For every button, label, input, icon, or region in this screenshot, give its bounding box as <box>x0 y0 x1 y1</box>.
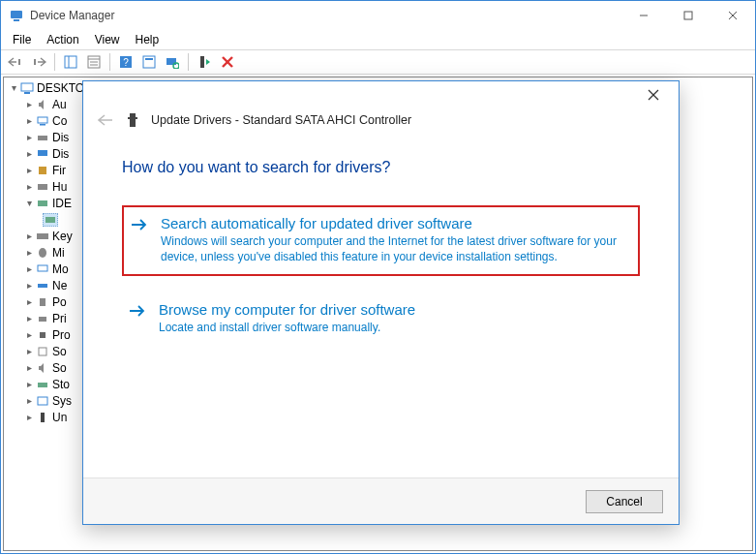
tree-item-label: Hu <box>52 180 67 194</box>
cancel-button[interactable]: Cancel <box>586 490 663 513</box>
usb-icon <box>35 411 50 424</box>
window-title: Device Manager <box>30 9 621 22</box>
port-icon <box>35 295 50 309</box>
svg-rect-39 <box>40 332 45 338</box>
tree-item-label: Pro <box>52 328 71 342</box>
tree-item-label: IDE <box>52 197 72 210</box>
tree-item-label: Mo <box>52 262 69 276</box>
svg-rect-30 <box>38 184 47 190</box>
printer-icon <box>35 312 50 325</box>
svg-point-34 <box>39 248 46 258</box>
svg-rect-20 <box>200 56 204 68</box>
chevron-right-icon: ▸ <box>23 263 35 274</box>
chevron-right-icon: ▸ <box>23 296 35 307</box>
firmware-icon <box>35 164 50 177</box>
svg-rect-26 <box>40 124 45 126</box>
tree-item-label: Un <box>52 411 67 424</box>
close-button[interactable] <box>711 1 755 30</box>
tree-item-label: Fir <box>52 164 66 177</box>
svg-rect-31 <box>38 200 47 206</box>
toolbar-separator <box>188 53 189 71</box>
chevron-right-icon: ▸ <box>23 247 35 258</box>
device-manager-icon <box>9 8 24 23</box>
storage-icon <box>35 378 50 391</box>
svg-rect-41 <box>38 383 47 387</box>
chevron-right-icon: ▸ <box>23 132 35 142</box>
tree-item-label: Po <box>52 295 67 309</box>
show-hide-tree-button[interactable] <box>60 51 81 73</box>
chevron-right-icon: ▸ <box>23 313 35 323</box>
toolbar: ? <box>1 49 755 75</box>
chevron-right-icon: ▸ <box>23 329 35 340</box>
update-driver-button[interactable] <box>194 51 215 73</box>
svg-rect-32 <box>45 217 55 223</box>
chevron-right-icon: ▸ <box>23 165 35 175</box>
minimize-button[interactable] <box>621 1 666 30</box>
chevron-right-icon: ▸ <box>23 148 35 159</box>
svg-rect-25 <box>38 117 47 123</box>
svg-rect-33 <box>37 233 48 239</box>
properties-button[interactable] <box>83 51 105 73</box>
svg-rect-28 <box>38 150 47 156</box>
hid-icon <box>35 180 50 194</box>
dialog-title: Update Drivers - Standard SATA AHCI Cont… <box>151 113 411 127</box>
svg-rect-37 <box>40 298 45 306</box>
menu-view[interactable]: View <box>87 31 128 48</box>
dialog-body: How do you want to search for drivers? S… <box>83 138 679 477</box>
arrow-right-icon <box>128 301 149 335</box>
svg-rect-43 <box>41 413 45 422</box>
tree-root-label: DESKTO <box>37 81 84 95</box>
svg-rect-27 <box>38 136 47 140</box>
option-body: Browse my computer for driver software L… <box>159 301 634 335</box>
dialog-heading: How do you want to search for drivers? <box>122 159 640 176</box>
chevron-right-icon: ▸ <box>23 181 35 192</box>
tree-item-label: Dis <box>52 131 69 144</box>
option-description: Windows will search your computer and th… <box>161 233 632 264</box>
chevron-right-icon: ▸ <box>23 346 35 356</box>
controller-icon <box>43 213 58 227</box>
uninstall-button[interactable] <box>217 51 238 73</box>
action-button[interactable] <box>138 51 160 73</box>
forward-button[interactable] <box>28 51 49 73</box>
titlebar: Device Manager <box>1 1 755 30</box>
option-search-automatically[interactable]: Search automatically for updated driver … <box>122 205 640 276</box>
svg-rect-16 <box>143 56 155 68</box>
menu-action[interactable]: Action <box>39 31 86 48</box>
svg-rect-0 <box>11 11 22 18</box>
chevron-down-icon: ▾ <box>23 198 35 208</box>
tree-item-label: So <box>52 345 67 358</box>
option-browse-computer[interactable]: Browse my computer for driver software L… <box>122 293 640 345</box>
option-title: Search automatically for updated driver … <box>161 215 632 231</box>
chevron-right-icon: ▸ <box>23 395 35 406</box>
svg-rect-7 <box>34 59 36 65</box>
monitor-icon <box>35 262 50 276</box>
tree-item-label: Sys <box>52 394 72 408</box>
back-arrow-icon[interactable] <box>97 113 114 127</box>
svg-rect-8 <box>65 56 76 68</box>
arrow-right-icon <box>130 215 151 264</box>
dialog-titlebar <box>83 81 679 108</box>
computer-icon <box>35 114 50 128</box>
tree-item-label: Sto <box>52 378 70 391</box>
svg-rect-42 <box>38 397 47 405</box>
svg-rect-40 <box>39 348 46 355</box>
help-button[interactable]: ? <box>115 51 136 73</box>
svg-rect-24 <box>24 92 30 94</box>
menu-file[interactable]: File <box>5 31 39 48</box>
tree-item-label: Pri <box>52 312 67 325</box>
svg-rect-46 <box>130 113 136 127</box>
back-button[interactable] <box>5 51 26 73</box>
svg-rect-47 <box>128 117 137 119</box>
svg-text:?: ? <box>123 57 129 68</box>
maximize-button[interactable] <box>666 1 711 30</box>
svg-rect-38 <box>39 317 46 322</box>
scan-button[interactable] <box>162 51 183 73</box>
tree-item-label: Key <box>52 230 73 243</box>
menu-help[interactable]: Help <box>128 31 167 48</box>
tree-item-label: Ne <box>52 279 67 292</box>
dialog-close-button[interactable] <box>638 89 669 101</box>
tree-item-label: Au <box>52 98 67 111</box>
chevron-right-icon: ▸ <box>23 280 35 291</box>
svg-rect-36 <box>38 284 47 288</box>
option-description: Locate and install driver software manua… <box>159 320 634 335</box>
